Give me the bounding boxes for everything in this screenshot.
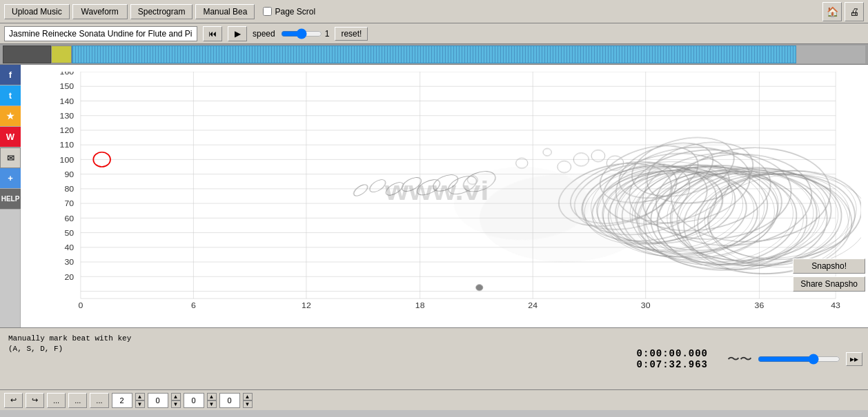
home-icon-button[interactable]: 🏠 bbox=[822, 2, 842, 21]
spinner-1: ▲ ▼ bbox=[135, 393, 145, 408]
spinner-2-up[interactable]: ▲ bbox=[171, 393, 181, 400]
bottom-right: 〜〜 ▸▸ bbox=[722, 328, 868, 389]
add-button[interactable]: + bbox=[0, 168, 21, 189]
help-button[interactable]: HELP bbox=[0, 189, 21, 210]
bottom-controls: ↩ ↪ ... ... ... ▲ ▼ ▲ ▼ ▲ ▼ ▲ ▼ bbox=[0, 389, 868, 410]
svg-text:130: 130 bbox=[60, 112, 74, 120]
svg-text:36: 36 bbox=[755, 302, 765, 309]
favorites-button[interactable]: ★ bbox=[0, 106, 21, 127]
upload-music-button[interactable]: Upload Music bbox=[4, 4, 70, 19]
svg-text:110: 110 bbox=[60, 141, 74, 149]
svg-text:150: 150 bbox=[60, 83, 74, 90]
svg-text:6: 6 bbox=[191, 302, 196, 309]
svg-point-89 bbox=[476, 285, 483, 290]
bottom-center: 0:00:00.000 0:07:32.963 bbox=[623, 328, 722, 389]
svg-point-88 bbox=[351, 183, 370, 198]
svg-text:24: 24 bbox=[528, 302, 537, 309]
facebook-button[interactable]: f bbox=[0, 65, 21, 85]
bottom-area: Manually mark beat with key (A, S, D, F)… bbox=[0, 327, 868, 389]
svg-text:90: 90 bbox=[64, 171, 74, 179]
svg-text:30: 30 bbox=[64, 258, 74, 266]
beat-instruction-line1: Manually mark beat with key bbox=[8, 334, 615, 344]
svg-text:50: 50 bbox=[64, 230, 74, 237]
weibo-button[interactable]: W bbox=[0, 127, 21, 148]
share-snapshot-button[interactable]: Share Snapsho bbox=[793, 276, 865, 292]
spinner-4-up[interactable]: ▲ bbox=[243, 393, 253, 400]
undo-button[interactable]: ↩ bbox=[4, 393, 23, 408]
svg-point-96 bbox=[606, 156, 624, 170]
svg-text:80: 80 bbox=[64, 185, 74, 193]
speed-slider-container: 1 bbox=[281, 28, 330, 39]
svg-text:40: 40 bbox=[64, 244, 74, 252]
num-input-2[interactable] bbox=[148, 393, 168, 408]
social-sidebar: f t ★ W ✉ + HELP bbox=[0, 65, 21, 327]
svg-text:70: 70 bbox=[64, 200, 74, 207]
skip-forward-button[interactable]: ▸▸ bbox=[846, 352, 862, 366]
snapshot-buttons: Snapsho! Share Snapsho bbox=[793, 258, 865, 292]
svg-point-95 bbox=[591, 150, 605, 162]
top-right-icons: 🏠 🖨 bbox=[822, 2, 864, 21]
play-button[interactable]: ▶ bbox=[228, 26, 247, 41]
toolbar: Upload Music Waveform Spectrogram Manual… bbox=[0, 0, 868, 23]
snapshot-button[interactable]: Snapsho! bbox=[793, 258, 865, 274]
waveform-yellow-section bbox=[51, 45, 72, 63]
beat-instruction-line2: (A, S, D, F) bbox=[8, 344, 615, 354]
spinner-2-down[interactable]: ▼ bbox=[171, 400, 181, 408]
printer-icon-button[interactable]: 🖨 bbox=[845, 2, 864, 21]
waveform-button[interactable]: Waveform bbox=[72, 4, 128, 19]
spinner-3-up[interactable]: ▲ bbox=[207, 393, 217, 400]
svg-text:160: 160 bbox=[60, 72, 74, 76]
page-scroll-checkbox[interactable] bbox=[263, 7, 272, 16]
num-input-4[interactable] bbox=[219, 393, 240, 408]
svg-point-91 bbox=[558, 161, 571, 173]
spinner-3-down[interactable]: ▼ bbox=[207, 400, 217, 408]
reset-button[interactable]: reset! bbox=[335, 27, 368, 41]
ctrl-btn-2[interactable]: ... bbox=[68, 393, 87, 408]
num-input-1[interactable] bbox=[112, 393, 132, 408]
spinner-2: ▲ ▼ bbox=[171, 393, 181, 408]
spinner-1-down[interactable]: ▼ bbox=[135, 400, 145, 408]
main-content: f t ★ W ✉ + HELP bbox=[0, 65, 868, 327]
spinner-4-down[interactable]: ▼ bbox=[243, 400, 253, 408]
waveform-dark-section bbox=[3, 45, 51, 63]
spinner-3: ▲ ▼ bbox=[207, 393, 217, 408]
bottom-left: Manually mark beat with key (A, S, D, F) bbox=[0, 328, 623, 389]
time-current: 0:00:00.000 bbox=[637, 348, 708, 359]
twitter-button[interactable]: t bbox=[0, 85, 21, 106]
spinner-4: ▲ ▼ bbox=[243, 393, 253, 408]
chart-area: 160 150 140 130 120 110 100 90 80 70 60 … bbox=[21, 65, 868, 327]
track-title-input[interactable] bbox=[4, 26, 197, 41]
chart-svg: 160 150 140 130 120 110 100 90 80 70 60 … bbox=[55, 72, 861, 321]
svg-text:120: 120 bbox=[60, 127, 74, 134]
speed-value: 1 bbox=[325, 29, 330, 39]
toolbar2: ⏮ ▶ speed 1 reset! bbox=[0, 23, 868, 44]
manual-beat-button[interactable]: Manual Bea bbox=[195, 4, 255, 19]
svg-text:20: 20 bbox=[64, 273, 74, 281]
waveform-end-section bbox=[796, 45, 865, 63]
beat-instructions: Manually mark beat with key (A, S, D, F) bbox=[8, 334, 615, 355]
page-scroll-label: Page Scrol bbox=[275, 7, 315, 17]
waveform-strip bbox=[0, 44, 868, 65]
svg-text:0: 0 bbox=[78, 302, 83, 309]
svg-text:43: 43 bbox=[831, 302, 840, 309]
speed-slider[interactable] bbox=[281, 28, 322, 39]
svg-text:30: 30 bbox=[641, 302, 651, 309]
waveform-blue-section[interactable] bbox=[72, 45, 796, 63]
volume-slider[interactable] bbox=[758, 354, 840, 365]
time-total: 0:07:32.963 bbox=[637, 359, 708, 370]
svg-text:18: 18 bbox=[415, 302, 425, 309]
svg-text:12: 12 bbox=[302, 302, 311, 309]
spectrogram-button[interactable]: Spectrogram bbox=[130, 4, 193, 19]
svg-text:140: 140 bbox=[60, 97, 74, 105]
spinner-1-up[interactable]: ▲ bbox=[135, 393, 145, 400]
redo-button[interactable]: ↪ bbox=[26, 393, 44, 408]
prev-button[interactable]: ⏮ bbox=[203, 26, 222, 41]
waveform-icon: 〜〜 bbox=[727, 351, 752, 367]
ctrl-btn-1[interactable]: ... bbox=[47, 393, 66, 408]
svg-text:60: 60 bbox=[64, 214, 74, 222]
email-button[interactable]: ✉ bbox=[0, 148, 21, 168]
ctrl-btn-3[interactable]: ... bbox=[90, 393, 108, 408]
speed-label: speed bbox=[253, 29, 275, 39]
svg-point-98 bbox=[454, 167, 590, 240]
num-input-3[interactable] bbox=[184, 393, 204, 408]
